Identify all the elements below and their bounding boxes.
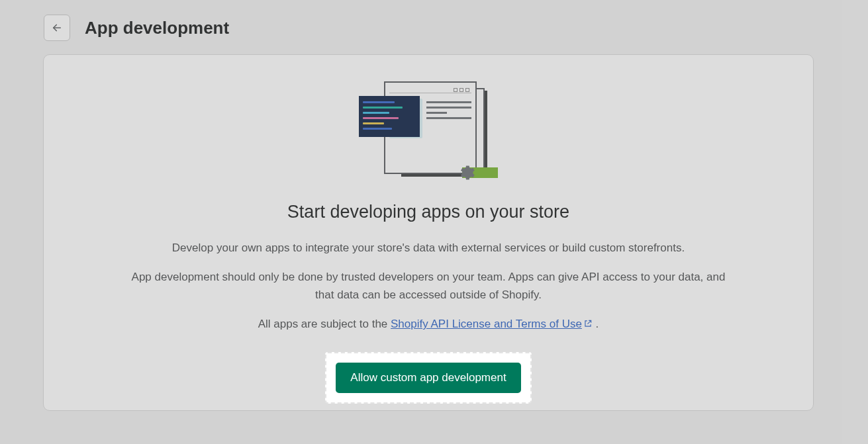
allow-custom-app-development-button[interactable]: Allow custom app development [336, 363, 520, 393]
card-legal-text: All apps are subject to the Shopify API … [124, 316, 733, 333]
page-title: App development [85, 18, 229, 38]
back-button[interactable] [44, 15, 70, 41]
api-license-link[interactable]: Shopify API License and Terms of Use [391, 318, 593, 330]
external-link-icon [583, 316, 593, 333]
card-description-2: App development should only be done by t… [124, 269, 733, 304]
content-card: Start developing apps on your store Deve… [43, 54, 814, 411]
hero-illustration [359, 81, 498, 187]
legal-prefix: All apps are subject to the [258, 318, 391, 330]
gear-icon [457, 163, 475, 182]
card-description-1: Develop your own apps to integrate your … [124, 240, 733, 257]
arrow-left-icon [51, 22, 63, 34]
cta-highlight-box: Allow custom app development [325, 352, 531, 404]
page-header: App development [0, 0, 868, 41]
legal-suffix: . [593, 318, 599, 330]
card-heading: Start developing apps on your store [83, 202, 773, 222]
